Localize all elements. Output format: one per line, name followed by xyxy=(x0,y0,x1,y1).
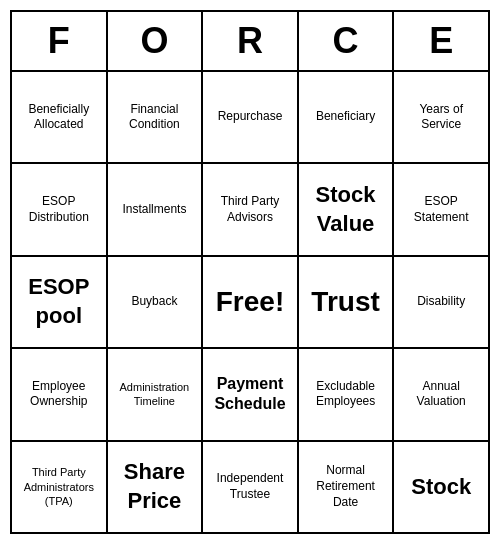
grid-row-3: Employee OwnershipAdministration Timelin… xyxy=(12,349,488,441)
cell-1-4: ESOP Statement xyxy=(394,164,488,254)
grid-row-2: ESOP poolBuybackFree!TrustDisability xyxy=(12,257,488,349)
cell-0-3: Beneficiary xyxy=(299,72,395,162)
cell-1-2: Third Party Advisors xyxy=(203,164,299,254)
cell-4-1: Share Price xyxy=(108,442,204,532)
cell-0-4: Years of Service xyxy=(394,72,488,162)
cell-4-3: Normal Retirement Date xyxy=(299,442,395,532)
cell-2-4: Disability xyxy=(394,257,488,347)
header-letter-e: E xyxy=(394,12,488,70)
cell-3-2: Payment Schedule xyxy=(203,349,299,439)
cell-1-0: ESOP Distribution xyxy=(12,164,108,254)
cell-2-3: Trust xyxy=(299,257,395,347)
bingo-card: FORCE Beneficially AllocatedFinancial Co… xyxy=(10,10,490,534)
cell-2-1: Buyback xyxy=(108,257,204,347)
cell-4-4: Stock xyxy=(394,442,488,532)
cell-4-2: Independent Trustee xyxy=(203,442,299,532)
header-letter-c: C xyxy=(299,12,395,70)
cell-1-3: Stock Value xyxy=(299,164,395,254)
cell-1-1: Installments xyxy=(108,164,204,254)
cell-2-0: ESOP pool xyxy=(12,257,108,347)
cell-0-1: Financial Condition xyxy=(108,72,204,162)
grid: Beneficially AllocatedFinancial Conditio… xyxy=(12,72,488,532)
header-letter-r: R xyxy=(203,12,299,70)
cell-3-4: Annual Valuation xyxy=(394,349,488,439)
grid-row-4: Third Party Administrators (TPA)Share Pr… xyxy=(12,442,488,532)
cell-2-2: Free! xyxy=(203,257,299,347)
grid-row-0: Beneficially AllocatedFinancial Conditio… xyxy=(12,72,488,164)
cell-3-1: Administration Timeline xyxy=(108,349,204,439)
header-letter-f: F xyxy=(12,12,108,70)
cell-3-0: Employee Ownership xyxy=(12,349,108,439)
cell-0-2: Repurchase xyxy=(203,72,299,162)
cell-0-0: Beneficially Allocated xyxy=(12,72,108,162)
header-letter-o: O xyxy=(108,12,204,70)
grid-row-1: ESOP DistributionInstallmentsThird Party… xyxy=(12,164,488,256)
cell-3-3: Excludable Employees xyxy=(299,349,395,439)
header-row: FORCE xyxy=(12,12,488,72)
cell-4-0: Third Party Administrators (TPA) xyxy=(12,442,108,532)
